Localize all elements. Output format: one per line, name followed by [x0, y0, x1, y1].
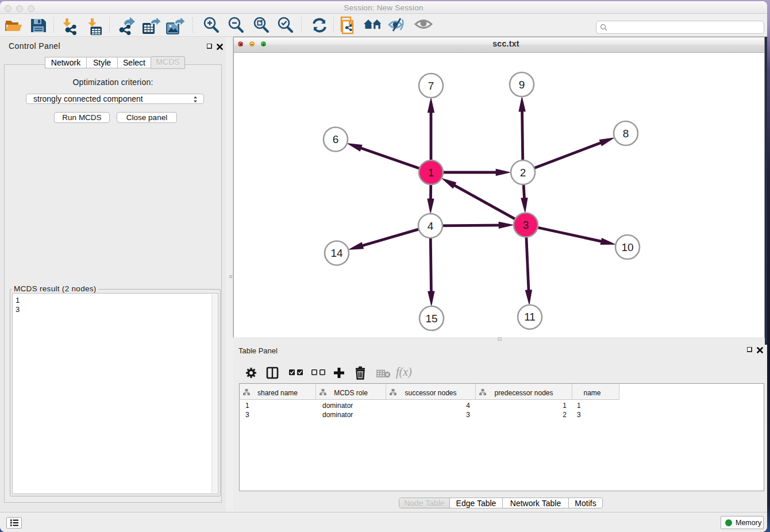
svg-text:2: 2	[520, 167, 526, 179]
svg-text:14: 14	[330, 247, 343, 259]
svg-text:4: 4	[428, 220, 434, 232]
svg-text:6: 6	[333, 133, 339, 145]
svg-text:11: 11	[524, 311, 536, 323]
svg-text:15: 15	[425, 313, 437, 325]
svg-text:3: 3	[523, 219, 529, 231]
svg-text:10: 10	[621, 241, 633, 253]
svg-text:8: 8	[623, 128, 629, 140]
svg-text:7: 7	[428, 80, 434, 92]
svg-text:9: 9	[519, 79, 525, 91]
svg-text:1: 1	[428, 167, 434, 179]
